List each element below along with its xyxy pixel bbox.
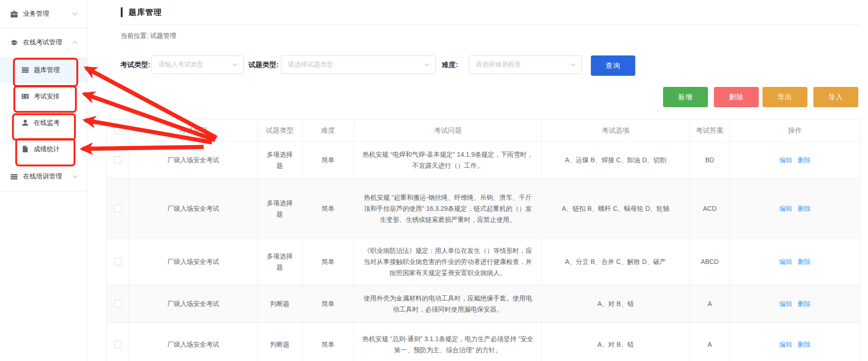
sidebar-item-online-exam-management[interactable]: 在线考试管理 [0,28,87,57]
table-header-row: 考试类型 试题类型 难度 考试问题 考试选项 考试答案 操作 [107,120,860,141]
sidebar-item-online-proctoring[interactable]: 在线监考 [0,110,87,136]
delete-link[interactable]: 删除 [798,300,811,307]
sidebar-item-label: 业务管理 [23,10,49,18]
column-header: 操作 [730,120,860,141]
row-checkbox[interactable] [114,205,122,212]
question-type-cell: 多项选择题 [258,141,302,178]
document-icon [21,145,29,153]
exam-type-cell: 厂级入场安全考试 [129,239,258,285]
difficulty-label: 难度: [442,55,458,74]
question-cell: 热机安规 “电焊和气焊-基本规定” 14.1.9条规定，下雨雪时，不宜露天进行（… [354,141,542,178]
exam-type-label: 考试类型: [120,55,150,74]
answer-cell: A [690,285,730,323]
edit-link[interactable]: 编辑 [779,156,792,164]
export-button[interactable]: 导出 [763,87,807,107]
difficulty-placeholder: 请选择难易程度 [476,61,570,69]
graduation-cap-icon [10,39,18,47]
column-header: 考试选项 [542,120,690,141]
answer-cell: ACD [690,178,730,239]
column-header: 考试答案 [690,120,730,141]
chevron-down-icon [424,63,430,67]
row-checkbox[interactable] [114,300,122,307]
exam-type-cell: 厂级入场安全考试 [129,141,258,178]
sidebar-item-label: 考试安排 [34,92,60,101]
actions-cell: 编辑删除 [730,141,860,178]
difficulty-cell: 简单 [302,141,354,178]
question-type-cell: 多项选择题 [258,239,302,285]
exam-type-cell: 厂级入场安全考试 [129,285,258,323]
actions-cell: 编辑删除 [730,323,860,361]
difficulty-cell: 简单 [302,323,354,361]
delete-link[interactable]: 删除 [798,341,811,348]
row-checkbox[interactable] [114,341,122,348]
options-cell: A、运煤 B、焊接 C、卸油 D、切割 [542,141,690,178]
question-type-label: 试题类型: [248,55,279,74]
answer-cell: A [690,323,730,361]
briefcase-icon [10,10,18,18]
chevron-down-icon [570,63,576,67]
select-all-header [107,120,129,141]
user-icon [21,119,29,127]
column-header: 试题类型 [258,120,302,141]
table-row: 厂级入场安全考试 多项选择题 简单 《职业病防治法》规定：用人单位在发生（）等情… [107,239,860,285]
select-all-checkbox[interactable] [114,127,122,134]
question-type-select[interactable]: 请选择试题类型 [281,55,436,74]
question-table: 考试类型 试题类型 难度 考试问题 考试选项 考试答案 操作 厂级入场安全考试 … [106,119,860,361]
page-title: 题库管理 [121,7,162,18]
question-type-placeholder: 请选择试题类型 [288,61,424,69]
sidebar: 业务管理 在线考试管理 题库管理 考试安排 在线监考 [0,0,87,361]
delete-link[interactable]: 删除 [798,205,811,212]
chevron-down-icon [232,63,238,67]
delete-link[interactable]: 删除 [798,258,811,265]
column-header: 考试问题 [354,120,542,141]
stack-icon [10,173,18,181]
difficulty-select[interactable]: 请选择难易程度 [469,55,582,74]
breadcrumb: 当前位置: 试题管理 [121,32,176,40]
table-row: 厂级入场安全考试 判断题 简单 热机安规 “总则-通则” 3.1.1条规定，电力… [107,323,860,361]
exam-type-cell: 厂级入场安全考试 [129,178,258,239]
options-cell: A、链扣 B、螺杆 C、蜗母轮 D、轮轴 [542,178,690,239]
sidebar-item-business-management[interactable]: 业务管理 [0,0,87,28]
exam-type-select[interactable]: 请输入考试类型 [151,55,244,74]
chevron-down-icon [72,12,78,16]
sidebar-item-label: 在线监考 [34,119,60,127]
table-row: 厂级入场安全考试 多项选择题 简单 热机安规 “电焊和气焊-基本规定” 14.1… [107,141,860,178]
add-button[interactable]: 新增 [663,87,708,107]
column-header: 难度 [302,120,354,141]
difficulty-cell: 简单 [302,285,354,323]
sidebar-item-score-statistics[interactable]: 成绩统计 [0,136,87,162]
delete-link[interactable]: 删除 [798,156,811,164]
exam-type-cell: 厂级入场安全考试 [129,323,258,361]
import-button[interactable]: 导入 [813,87,858,107]
options-cell: A、分立 B、合并 C、解散 D、破产 [542,239,690,285]
row-checkbox[interactable] [114,258,122,265]
search-button[interactable]: 查询 [591,55,635,76]
edit-link[interactable]: 编辑 [779,341,792,348]
question-cell: 热机安规 “起重和搬运-钢丝绳、纤维绳、吊钩、滑车、千斤顶和手拉葫芦的使用” 1… [354,178,542,239]
delete-button[interactable]: 删除 [714,87,759,107]
column-header: 考试类型 [129,120,258,141]
edit-link[interactable]: 编辑 [779,258,792,265]
edit-link[interactable]: 编辑 [779,300,792,307]
options-cell: A、对 B、错 [542,285,690,323]
list-icon [21,66,29,74]
question-cell: 热机安规 “总则-通则” 3.1.1条规定，电力生产必须坚持 “安全第一、预防为… [354,323,542,361]
edit-link[interactable]: 编辑 [779,205,792,212]
answer-cell: BD [690,141,730,178]
sidebar-item-online-training-management[interactable]: 在线培训管理 [0,162,87,191]
sidebar-item-question-bank[interactable]: 题库管理 [0,57,87,83]
question-type-cell: 多项选择题 [258,178,302,239]
sidebar-item-label: 题库管理 [34,66,60,74]
table-row: 厂级入场安全考试 多项选择题 简单 热机安规 “起重和搬运-钢丝绳、纤维绳、吊钩… [107,178,860,239]
sidebar-item-label: 在线考试管理 [23,38,62,47]
row-checkbox[interactable] [114,156,122,164]
sidebar-item-exam-schedule[interactable]: 考试安排 [0,83,87,110]
idcard-icon [21,92,29,100]
actions-cell: 编辑删除 [730,285,860,323]
question-cell: 《职业病防治法》规定：用人单位在发生（）等情形时，应当对从事接触职业病危害的作业… [354,239,542,285]
question-type-cell: 判断题 [258,285,302,323]
chevron-down-icon [72,175,78,178]
chevron-up-icon [72,41,78,44]
question-type-cell: 判断题 [258,323,302,361]
question-cell: 使用外壳为金属材料的电动工具时，应戴绝缘手套。使用电动工具时，必须同时使用漏电保… [354,285,542,323]
